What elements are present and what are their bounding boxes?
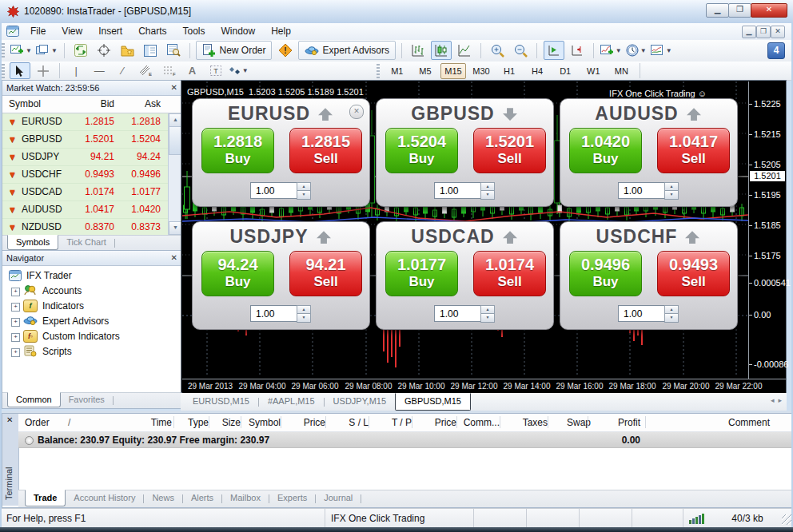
tab-tick-chart[interactable]: Tick Chart [58,236,114,249]
col-time[interactable]: Time [98,417,172,428]
col-swap[interactable]: Swap [551,417,591,428]
timeframe-d1[interactable]: D1 [552,63,578,79]
candlestick-chart-button[interactable] [431,41,452,60]
tab-favorites[interactable]: Favorites [61,393,113,407]
buy-button[interactable]: 94.24Buy [201,251,274,296]
line-chart-button[interactable] [454,41,475,60]
child-minimize-button[interactable]: ▁ [742,26,756,38]
expand-icon[interactable]: + [11,348,20,357]
tree-item-accounts[interactable]: + Accounts [2,284,181,299]
expand-icon[interactable]: + [11,303,20,312]
column-symbol[interactable]: Symbol [9,98,41,109]
community-notification-badge[interactable]: 4 [767,42,785,59]
trend-up-arrow-icon[interactable] [317,105,334,126]
buy-button[interactable]: 1.0420Buy [569,128,642,173]
buy-button[interactable]: 1.2818Buy [201,128,274,173]
chart-tab-gbpusd[interactable]: GBPUSD,M15 [395,393,471,411]
spin-down-icon[interactable]: ▼ [664,190,679,200]
toolbar-grip[interactable] [377,64,380,78]
horizontal-line-tool-button[interactable]: — [89,62,110,79]
menu-view[interactable]: View [54,23,90,40]
vertical-line-tool-button[interactable]: | [66,62,86,79]
spin-down-icon[interactable]: ▼ [297,313,311,323]
sell-button[interactable]: 94.21Sell [289,251,362,296]
market-watch-toggle-button[interactable] [140,41,161,60]
col-type[interactable]: Type [177,417,209,428]
volume-input[interactable] [250,305,301,322]
menu-tools[interactable]: Tools [175,23,213,40]
col-symbol[interactable]: Symbol [244,417,281,428]
cursor-tool-button[interactable] [10,62,30,79]
menu-insert[interactable]: Insert [90,23,130,40]
trend-up-arrow-icon[interactable] [685,105,703,126]
timeframe-h1[interactable]: H1 [496,63,522,79]
trend-up-arrow-icon[interactable] [315,228,333,249]
trend-down-arrow-icon[interactable] [501,105,519,126]
navigator-close-icon[interactable]: ✕ [171,251,177,265]
close-button[interactable]: ✕ [751,3,787,18]
favorites-button[interactable] [117,41,137,60]
col-price2[interactable]: Price [415,417,456,428]
sell-button[interactable]: 1.0174Sell [473,251,546,296]
col-comment[interactable]: Comment [650,417,770,428]
indicators-button[interactable]: ▼ [600,41,623,60]
col-order[interactable]: Order [25,417,50,428]
market-watch-row[interactable]: ▼USDCAD1.01741.0177 [2,184,181,201]
timeframe-m15[interactable]: M15 [440,63,466,79]
col-profit[interactable]: Profit [591,417,640,428]
spin-down-icon[interactable]: ▼ [297,190,311,200]
timeframe-mn[interactable]: MN [608,63,634,79]
crosshair-mode-button[interactable] [33,62,54,79]
zoom-in-button[interactable] [487,41,508,60]
chart-tab-eurusd[interactable]: EURUSD,M15 [184,394,258,410]
volume-input[interactable] [434,305,485,322]
bar-chart-button[interactable] [408,41,428,60]
sell-button[interactable]: 0.9493Sell [657,251,730,296]
scroll-down-icon[interactable]: ▼ [169,221,181,235]
new-order-button[interactable]: New Order [196,41,272,60]
chart-shift-button[interactable] [567,41,588,60]
buy-button[interactable]: 1.0177Buy [385,251,458,296]
connection-status-icon[interactable] [689,514,704,524]
tab-trade[interactable]: Trade [25,490,66,506]
balance-row[interactable]: Balance: 230.97 Equity: 230.97 Free marg… [18,432,792,448]
timeframe-m5[interactable]: M5 [412,63,438,79]
col-size[interactable]: Size [212,417,241,428]
column-bid[interactable]: Bid [74,98,114,109]
market-watch-row[interactable]: ▼NZDUSD0.83700.8373 [2,219,181,235]
expand-icon[interactable]: + [11,288,20,296]
terminal-close-icon[interactable]: ✕ [6,415,13,424]
timeframe-m30[interactable]: M30 [468,63,494,79]
tree-item-scripts[interactable]: + Scripts [2,344,181,359]
crosshair-tool-button[interactable] [94,41,114,60]
tile-windows-button[interactable] [70,41,91,60]
equidistant-channel-tool-button[interactable]: E [135,62,156,79]
volume-input[interactable] [618,305,669,322]
volume-input[interactable] [250,182,301,199]
tree-item-expert-advisors[interactable]: + Expert Advisors [2,314,181,329]
menu-charts[interactable]: Charts [130,23,174,40]
expand-icon[interactable]: + [11,318,20,327]
tab-alerts[interactable]: Alerts [183,490,221,506]
auto-scroll-button[interactable] [544,41,564,60]
volume-input[interactable] [618,182,669,199]
chart-tab-aapl[interactable]: #AAPL,M15 [259,394,324,410]
tree-item-indicators[interactable]: + f Indicators [2,299,181,314]
minimize-button[interactable]: ▁ [706,3,729,18]
toolbar-grip[interactable] [2,43,5,58]
zoom-out-button[interactable] [510,41,531,60]
expand-icon[interactable]: + [11,333,20,342]
timeframe-h4[interactable]: H4 [524,63,550,79]
col-sl[interactable]: S / L [329,417,369,428]
arrows-tool-button[interactable]: ▼ [229,62,249,79]
spin-down-icon[interactable]: ▼ [480,313,495,323]
menu-file[interactable]: File [22,23,54,40]
menu-window[interactable]: Window [213,23,264,40]
toolbar-grip[interactable] [2,64,5,78]
templates-button[interactable]: ▼ [650,41,673,60]
timeframe-m1[interactable]: M1 [385,63,410,79]
market-watch-close-icon[interactable]: ✕ [171,81,177,95]
sell-button[interactable]: 1.5201Sell [473,128,546,173]
tab-common[interactable]: Common [7,392,61,407]
tab-scroll-arrows[interactable]: ◂ ▸ [771,396,782,404]
